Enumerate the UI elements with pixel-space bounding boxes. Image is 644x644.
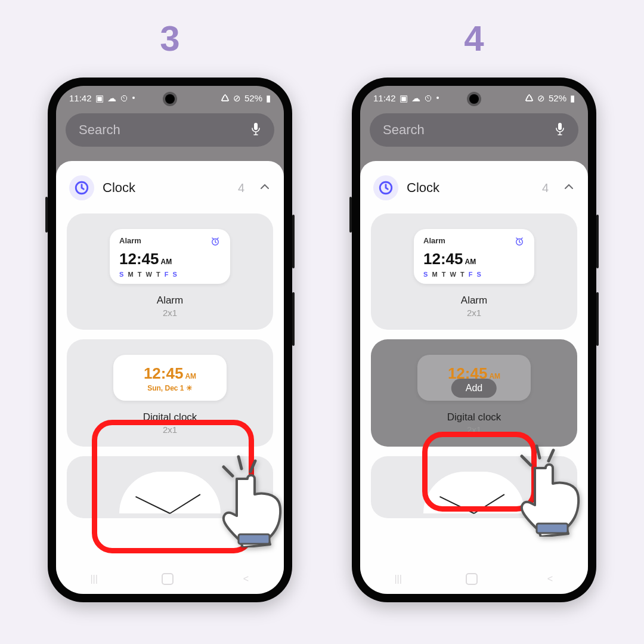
widget-digital-clock[interactable]: 12:45AM Sun, Dec 1 ☀ Digital clock 2x1	[67, 339, 273, 447]
widget-size: 2x1	[163, 425, 177, 435]
widget-digital-clock-selected[interactable]: 12:45AM Sun, Dec 1 ☀ Add Digital clock 2…	[371, 339, 577, 447]
no-signal-icon: ⊘	[537, 94, 545, 103]
no-signal-icon: ⊘	[233, 94, 241, 103]
search-placeholder: Search	[383, 122, 425, 138]
front-camera	[165, 94, 175, 104]
weather-icon: ☁	[411, 94, 420, 103]
recents-button[interactable]: |||	[390, 574, 407, 584]
digital-time: 12:45AM	[119, 364, 221, 383]
widget-name: Alarm	[461, 295, 487, 306]
chevron-up-icon[interactable]	[563, 181, 575, 195]
svg-rect-0	[254, 123, 258, 130]
widget-size: 2x1	[467, 425, 481, 435]
home-button[interactable]	[162, 573, 178, 585]
widget-sheet: Clock 4 Alarm 12:45AM S M T W T F S	[56, 161, 284, 594]
more-dot-icon	[436, 97, 439, 99]
phone-mockup: 11:42 ▣ ☁ ⏲ 🛆 ⊘ 52% ▮ Search	[48, 78, 292, 602]
navigation-bar: ||| <	[360, 564, 588, 594]
add-button[interactable]: Add	[451, 379, 497, 398]
wifi-icon: 🛆	[525, 94, 534, 103]
home-button[interactable]	[466, 573, 482, 585]
widget-analog-clock[interactable]	[67, 456, 273, 518]
widget-size: 2x1	[163, 308, 177, 318]
analog-clock-preview	[423, 472, 525, 513]
section-title: Clock	[407, 180, 534, 196]
navigation-bar: ||| <	[56, 564, 284, 594]
image-icon: ▣	[400, 94, 408, 103]
battery-icon: ▮	[266, 94, 271, 103]
widget-size: 2x1	[467, 308, 481, 318]
step-number: 3	[48, 18, 292, 59]
digital-clock-preview: 12:45AM Sun, Dec 1 ☀	[113, 355, 227, 401]
widget-name: Digital clock	[447, 411, 501, 423]
alarm-time: 12:45AM	[423, 250, 525, 268]
alarm-clock-icon	[514, 236, 525, 249]
digital-date: Sun, Dec 1 ☀	[119, 384, 221, 392]
weather-icon: ☁	[107, 94, 116, 103]
recents-button[interactable]: |||	[86, 574, 103, 584]
alarm-preview: Alarm 12:45AM S M T W T F S	[414, 229, 534, 284]
alarm-label: Alarm	[423, 236, 445, 249]
alarm-label: Alarm	[119, 236, 141, 249]
widget-count: 4	[542, 181, 549, 195]
alarm-days: S M T W T F S	[119, 271, 221, 278]
clock-app-icon	[69, 175, 94, 200]
alarm-days: S M T W T F S	[423, 271, 525, 278]
analog-clock-preview	[119, 472, 221, 513]
battery-text: 52%	[549, 93, 566, 103]
microphone-icon[interactable]	[250, 122, 261, 138]
section-header[interactable]: Clock 4	[56, 175, 284, 213]
widget-name: Digital clock	[143, 411, 197, 423]
more-dot-icon	[132, 97, 135, 99]
widget-alarm[interactable]: Alarm 12:45AM S M T W T F S Alarm 2x1	[371, 213, 577, 330]
back-button[interactable]: <	[541, 574, 558, 584]
search-bar[interactable]: Search	[370, 113, 578, 147]
image-icon: ▣	[95, 94, 104, 103]
alarm-time: 12:45AM	[119, 250, 221, 268]
widget-analog-clock[interactable]	[371, 456, 577, 518]
battery-icon: ▮	[570, 94, 575, 103]
section-title: Clock	[103, 180, 230, 196]
alarm-status-icon: ⏲	[424, 94, 433, 103]
svg-rect-3	[558, 123, 562, 130]
chevron-up-icon[interactable]	[259, 181, 271, 195]
widget-name: Alarm	[157, 295, 183, 306]
search-placeholder: Search	[79, 122, 120, 138]
alarm-status-icon: ⏲	[120, 94, 129, 103]
alarm-preview: Alarm 12:45AM S M T W T F S	[110, 229, 230, 284]
phone-mockup: 11:42 ▣ ☁ ⏲ 🛆 ⊘ 52% ▮ Search	[352, 78, 596, 602]
section-header[interactable]: Clock 4	[360, 175, 588, 213]
microphone-icon[interactable]	[555, 122, 565, 138]
clock-app-icon	[373, 175, 398, 200]
alarm-clock-icon	[210, 236, 221, 249]
step-number: 4	[352, 18, 596, 59]
widget-count: 4	[238, 181, 244, 195]
wifi-icon: 🛆	[221, 94, 230, 103]
status-time: 11:42	[69, 93, 92, 103]
screen: 11:42 ▣ ☁ ⏲ 🛆 ⊘ 52% ▮ Search	[360, 86, 588, 594]
widget-sheet: Clock 4 Alarm 12:45AM S M T W T F S	[360, 161, 588, 594]
screen: 11:42 ▣ ☁ ⏲ 🛆 ⊘ 52% ▮ Search	[56, 86, 284, 594]
back-button[interactable]: <	[237, 574, 254, 584]
battery-text: 52%	[244, 93, 262, 103]
widget-alarm[interactable]: Alarm 12:45AM S M T W T F S Alarm 2x1	[67, 213, 273, 330]
status-time: 11:42	[373, 93, 396, 103]
search-bar[interactable]: Search	[66, 113, 274, 147]
front-camera	[469, 94, 479, 104]
